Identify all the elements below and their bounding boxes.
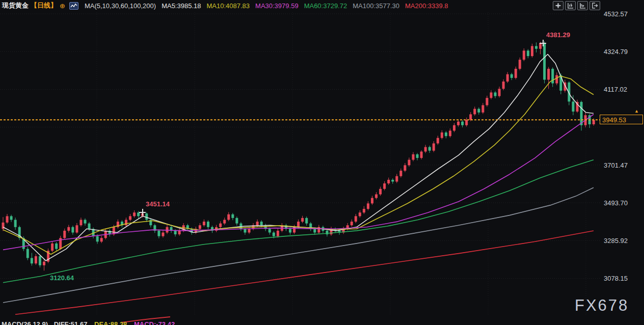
- indicator-chart-icon[interactable]: [69, 2, 78, 10]
- chart-header: 现货黄金 【日线】 ⊕ MA(5,10,30,60,100,200) MA5:3…: [0, 0, 644, 11]
- ma30-value: MA30:3979.59: [255, 2, 299, 10]
- add-indicator-icon[interactable]: ⊕: [60, 2, 65, 10]
- low-price-annotation: 3120.64: [50, 274, 74, 282]
- peak-price-annotation: 4381.29: [546, 31, 570, 39]
- current-price-tag: 3949.53: [600, 115, 643, 124]
- macd-params: MACD(26,12,9): [2, 320, 48, 325]
- candlestick-plot[interactable]: [0, 0, 644, 325]
- axis-price-label: 4324.79: [604, 48, 628, 56]
- macd-macd-value: MACD:-73.42: [134, 320, 175, 325]
- price-axis[interactable]: 4532.574324.794117.023701.473493.703285.…: [600, 0, 644, 325]
- ma10-value: MA10:4087.83: [206, 2, 250, 10]
- ma-group-label: MA(5,10,30,60,100,200): [85, 2, 156, 10]
- swing-high-marker-icon: [139, 209, 146, 215]
- axis-price-label: 4117.02: [604, 86, 627, 93]
- macd-status-row: MACD(26,12,9) DIFF:51.67 DEA:88.38 MACD:…: [2, 320, 175, 325]
- ma200-value: MA200:3339.8: [405, 2, 448, 10]
- fx678-watermark: FX678: [575, 296, 629, 315]
- axis-price-label: 3701.47: [604, 161, 628, 169]
- ma60-value: MA60:3729.72: [304, 2, 347, 10]
- macd-pane-clipped: MACD(26,12,9) DIFF:51.67 DEA:88.38 MACD:…: [0, 316, 644, 325]
- ma100-value: MA100:3577.30: [353, 2, 399, 10]
- peak-marker-icon: [540, 40, 546, 46]
- price-up-arrow-icon: ▲: [634, 109, 639, 114]
- macd-dea-value: DEA:88.38: [94, 320, 127, 325]
- macd-diff-value: DIFF:51.67: [54, 320, 88, 325]
- current-price-value: 3949.53: [602, 116, 626, 124]
- symbol-title: 现货黄金: [2, 1, 29, 10]
- axis-price-label: 4532.57: [604, 10, 628, 18]
- ma5-value: MA5:3985.18: [162, 2, 201, 10]
- axis-price-label: 3078.15: [604, 275, 628, 282]
- swing-high-annotation: 3451.14: [146, 200, 170, 208]
- interval-label: 【日线】: [31, 1, 57, 10]
- trading-chart-window: 现货黄金 【日线】 ⊕ MA(5,10,30,60,100,200) MA5:3…: [0, 0, 644, 325]
- axis-price-label: 3285.92: [604, 237, 628, 245]
- axis-price-label: 3493.70: [604, 199, 628, 207]
